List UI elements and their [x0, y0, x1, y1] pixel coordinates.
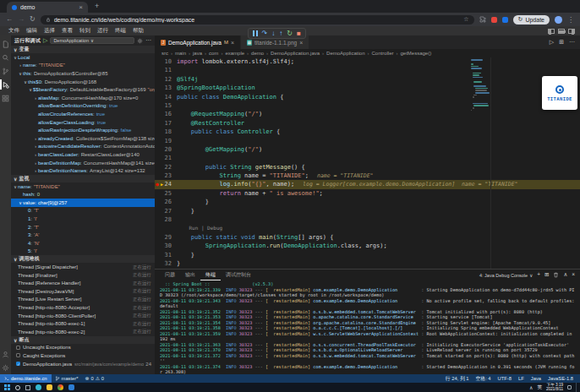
- chrome-icon[interactable]: [57, 384, 63, 390]
- code-line[interactable]: 10import lombok.extern.slf4j.Slf4j;: [155, 57, 580, 66]
- new-terminal-icon[interactable]: +: [537, 272, 540, 278]
- code-line[interactable]: 18 public class Controller {: [155, 128, 580, 136]
- variable-row[interactable]: 1:'I': [11, 215, 155, 223]
- variable-row[interactable]: hash:0: [11, 191, 155, 199]
- menu-item[interactable]: 帮助: [129, 27, 147, 33]
- thread-row[interactable]: Thread [http-nio-8080-exec-1]正在运行: [11, 319, 155, 328]
- code-line[interactable]: 14public class DemoApplication {: [155, 93, 580, 101]
- start-debug-icon[interactable]: ▷: [43, 37, 47, 44]
- new-tab-button[interactable]: +: [95, 2, 99, 10]
- thread-row[interactable]: Thread [DestroyJavaVM]正在运行: [11, 287, 155, 296]
- breakpoint-row[interactable]: Uncaught Exceptions: [11, 344, 155, 352]
- address-bar[interactable]: demo.titanide.cn/ide/web/coding/demo/my-…: [41, 15, 474, 24]
- reload-icon[interactable]: ↻: [30, 16, 36, 23]
- variable-row[interactable]: allowEagerClassLoading:true: [11, 118, 155, 127]
- breadcrumb-item[interactable]: getMessage(): [400, 51, 431, 56]
- browser-tab[interactable]: demo ×: [7, 2, 88, 13]
- variable-row[interactable]: 4:'N': [11, 239, 155, 248]
- thread-row[interactable]: Thread [Reference Handler]正在运行: [11, 279, 155, 287]
- section-header[interactable]: ∨断点: [11, 336, 155, 344]
- gutter[interactable]: 31: [155, 251, 177, 259]
- status-bar-item[interactable]: LF: [515, 376, 528, 381]
- problems-item[interactable]: ⊗ 0 ⚠ 0: [82, 376, 108, 381]
- breadcrumb-item[interactable]: DemoApplication.java: [271, 51, 320, 56]
- code-editor[interactable]: 10import lombok.extern.slf4j.Slf4j;1112@…: [155, 57, 580, 269]
- code-line[interactable]: 30 SpringApplication.run(DemoApplication…: [155, 242, 580, 250]
- step-into-icon[interactable]: ↓: [271, 30, 275, 37]
- breakpoint-dot-icon[interactable]: ●: [156, 180, 159, 188]
- variable-row[interactable]: 3:'A': [11, 231, 155, 239]
- menu-item[interactable]: 转到: [76, 27, 94, 33]
- run-and-debug-icon[interactable]: [0, 78, 11, 91]
- code-line[interactable]: 28: [155, 215, 580, 224]
- minimap[interactable]: [471, 59, 488, 112]
- gutter[interactable]: 22: [155, 163, 177, 172]
- gear-icon[interactable]: [137, 38, 143, 44]
- breadcrumb-item[interactable]: example: [225, 51, 244, 56]
- variable-row[interactable]: ›aliasMap:ConcurrentHashMap@170 size=0: [11, 94, 155, 102]
- more-actions-icon[interactable]: ⋯: [145, 37, 151, 44]
- panel-tab[interactable]: 输出: [180, 270, 200, 280]
- status-bar-item[interactable]: Java: [528, 376, 544, 381]
- step-over-icon[interactable]: ↷: [262, 30, 268, 37]
- editor-group-divider[interactable]: [490, 57, 491, 269]
- gutter[interactable]: 13: [155, 84, 177, 92]
- search-icon[interactable]: [0, 51, 11, 64]
- code-line[interactable]: 25 return name + " is awesome!";: [155, 189, 580, 198]
- stop-icon[interactable]: ■: [297, 30, 301, 37]
- gutter[interactable]: 10: [155, 57, 177, 66]
- thread-row[interactable]: Thread [http-nio-8080-exec-2]正在运行: [11, 328, 155, 336]
- variable-row[interactable]: ∨$$beanFactory:DefaultListableBeanFactor…: [11, 85, 155, 94]
- extensions-puzzle-icon[interactable]: [479, 16, 486, 23]
- task-view-icon[interactable]: [25, 385, 30, 390]
- gutter[interactable]: 16: [155, 110, 177, 118]
- kill-terminal-trash-icon[interactable]: [553, 272, 559, 278]
- thread-row[interactable]: Thread [http-nio-8080-ClientPoller]正在运行: [11, 312, 155, 320]
- status-bar-item[interactable]: 行 24, 列 1: [442, 375, 473, 383]
- breakpoint-row[interactable]: Caught Exceptions: [11, 351, 155, 360]
- section-header[interactable]: ∨监视: [11, 175, 155, 182]
- breadcrumb-item[interactable]: com: [209, 51, 218, 56]
- gutter[interactable]: 21: [155, 154, 177, 162]
- menu-item[interactable]: 运行: [94, 27, 112, 33]
- debug-config-dropdown[interactable]: DemoApplication ∨: [50, 37, 134, 44]
- tab-close-icon[interactable]: ×: [299, 40, 303, 46]
- explorer-icon[interactable]: [0, 37, 11, 51]
- menu-item[interactable]: 查看: [58, 27, 76, 33]
- extensions-icon[interactable]: [0, 91, 11, 105]
- variable-row[interactable]: ›autowireCandidateResolver:ContextAnnota…: [11, 143, 155, 151]
- maximize-panel-icon[interactable]: ∧: [563, 272, 567, 278]
- code-line[interactable]: 19: [155, 137, 580, 145]
- code-line[interactable]: 22 public String getMessage() {: [155, 163, 580, 172]
- code-line[interactable]: 32}: [155, 259, 580, 268]
- breakpoint-checkbox[interactable]: [16, 353, 20, 357]
- breadcrumb-item[interactable]: DemoApplication: [326, 51, 364, 56]
- browser-update-button[interactable]: ↻ Update: [513, 15, 550, 24]
- more-actions-icon[interactable]: ⋯: [569, 39, 575, 46]
- gutter[interactable]: 28: [155, 215, 177, 224]
- variable-row[interactable]: ›beanClassLoader:RestartClassLoader@140: [11, 150, 155, 159]
- panel-tab[interactable]: 调试控制台: [221, 270, 256, 280]
- section-header[interactable]: ∨调用堆栈: [11, 255, 155, 263]
- debug-console-output[interactable]: :: Spring Boot :: (v2.5.3) 2021-08-11 03…: [155, 280, 580, 374]
- show-desktop-sliver[interactable]: [576, 383, 577, 392]
- gutter[interactable]: 19: [155, 137, 177, 145]
- section-header[interactable]: ∨变量: [11, 46, 155, 53]
- close-panel-icon[interactable]: ×: [572, 272, 575, 278]
- gutter[interactable]: 18: [155, 128, 177, 136]
- account-icon[interactable]: [0, 347, 11, 361]
- code-line[interactable]: 13@SpringBootApplication: [155, 84, 580, 92]
- split-terminal-icon[interactable]: ⊞: [544, 272, 549, 278]
- code-line[interactable]: 16 @RequestMapping("/"): [155, 110, 580, 118]
- taskbar-clock[interactable]: 下午 3:19 2021/8/11: [546, 384, 563, 392]
- gutter[interactable]: 25: [155, 189, 177, 198]
- vscode-icon[interactable]: [68, 384, 74, 390]
- code-line[interactable]: 20 @GetMapping("/"): [155, 145, 580, 154]
- file-explorer-icon[interactable]: [47, 384, 52, 390]
- gutter[interactable]: 20: [155, 145, 177, 154]
- code-line[interactable]: 11: [155, 66, 580, 74]
- variable-row[interactable]: 5:'I': [11, 248, 155, 256]
- code-line[interactable]: 21: [155, 154, 580, 162]
- gutter[interactable]: 23: [155, 172, 177, 180]
- search-circle-icon[interactable]: [15, 385, 20, 390]
